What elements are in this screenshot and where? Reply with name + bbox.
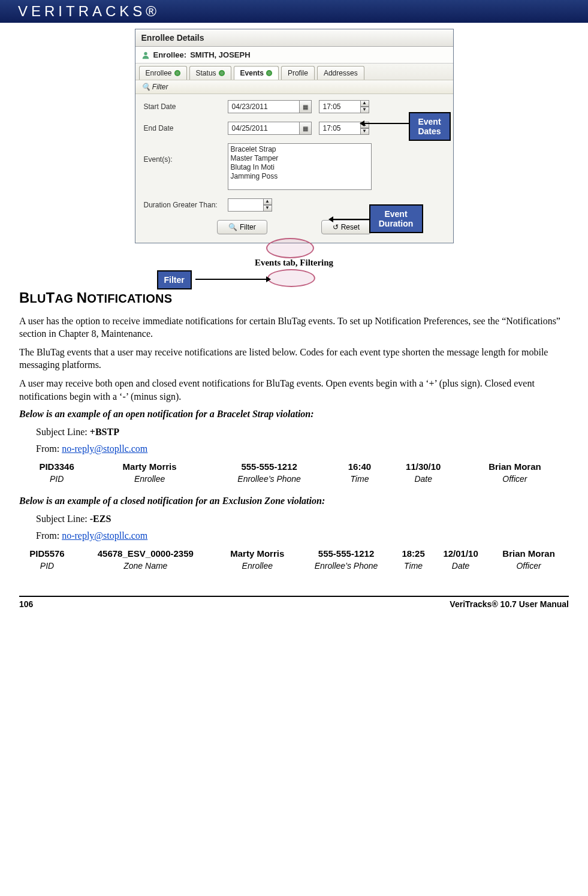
tab-profile[interactable]: Profile <box>281 66 315 80</box>
duration-spinner[interactable]: ▲▼ <box>264 198 272 212</box>
body-paragraph: A user has the option to receive immedia… <box>19 315 569 340</box>
field-value: -EZS <box>90 514 111 524</box>
page-footer: 106 VeriTracks® 10.7 User Manual <box>19 597 569 615</box>
button-label: Reset <box>341 223 360 231</box>
tab-label: Profile <box>288 69 308 77</box>
subject-line: Subject Line: +BSTP <box>36 427 569 438</box>
brand-logo: VERITRACKS® <box>18 3 160 20</box>
email-link[interactable]: no-reply@stopllc.com <box>62 444 147 454</box>
end-date-input[interactable]: 04/25/2011 <box>228 122 300 135</box>
tab-label: Addresses <box>324 69 358 77</box>
notification-table-closed: PID557645678_ESV_0000-2359Marty Morris55… <box>19 547 569 572</box>
enrollee-details-window: Enrollee Details Enrollee: SMITH, JOSEPH… <box>135 29 454 243</box>
annotation-circle <box>266 238 314 258</box>
tab-label: Events <box>240 69 264 77</box>
funnel-icon: 🔍 <box>228 223 237 231</box>
start-time-input[interactable]: 17:05 <box>319 100 361 113</box>
notification-table-open: PID3346Marty Morris555-555-121216:4011/3… <box>19 460 569 485</box>
tab-enrollee[interactable]: Enrollee <box>139 66 187 80</box>
page-number: 106 <box>19 599 33 609</box>
arrow-icon <box>333 219 370 220</box>
button-label: Filter <box>240 223 256 231</box>
figure-caption: Events tab, Filtering <box>255 258 333 268</box>
list-item[interactable]: Bracelet Strap <box>231 145 369 154</box>
manual-title: VeriTracks® 10.7 User Manual <box>450 599 569 609</box>
enrollee-label: Enrollee: <box>153 50 187 59</box>
field-value: +BSTP <box>90 427 119 437</box>
callout-filter: Filter <box>157 270 192 289</box>
table-row: PIDZone NameEnrolleeEnrollee’s PhoneTime… <box>19 560 569 572</box>
field-label: From: <box>36 444 62 454</box>
from-line: From: no-reply@stopllc.com <box>36 444 569 454</box>
enrollee-row: Enrollee: SMITH, JOSEPH <box>135 47 453 64</box>
field-label: From: <box>36 530 62 541</box>
filter-button[interactable]: 🔍Filter <box>217 220 267 234</box>
end-time-input[interactable]: 17:05 <box>319 122 361 135</box>
arrow-icon <box>195 279 266 280</box>
start-date-label: Start Date <box>144 102 228 111</box>
duration-input[interactable] <box>228 198 264 212</box>
list-item[interactable]: Jamming Poss <box>231 172 369 181</box>
example-intro: Below is an example of a closed notifica… <box>19 496 569 506</box>
start-date-input[interactable]: 04/23/2011 <box>228 100 300 113</box>
list-item[interactable]: Blutag In Moti <box>231 163 369 172</box>
field-label: Subject Line: <box>36 427 90 437</box>
email-link[interactable]: no-reply@stopllc.com <box>62 530 147 541</box>
refresh-icon <box>174 70 180 76</box>
tab-bar: Enrollee Status Events Profile Addresses <box>135 64 453 80</box>
window-title: Enrollee Details <box>135 29 453 47</box>
tab-status[interactable]: Status <box>189 66 231 80</box>
callout-event-dates: Event Dates <box>409 112 451 141</box>
annotation-circle <box>267 269 315 287</box>
reset-icon: ↺ <box>333 223 339 231</box>
field-label: Subject Line: <box>36 514 90 524</box>
subject-line: Subject Line: -EZS <box>36 514 569 524</box>
duration-label: Duration Greater Than: <box>144 201 228 209</box>
refresh-icon <box>266 70 272 76</box>
tab-label: Enrollee <box>146 69 172 77</box>
table-row: PID557645678_ESV_0000-2359Marty Morris55… <box>19 547 569 560</box>
calendar-icon[interactable]: ▦ <box>300 100 312 113</box>
filter-header-label: Filter <box>152 83 168 91</box>
user-icon <box>141 51 150 59</box>
tab-events[interactable]: Events <box>234 66 279 80</box>
body-paragraph: The BluTag events that a user may receiv… <box>19 346 569 371</box>
section-heading: BLUTAG NOTIFICATIONS <box>19 289 569 306</box>
list-item[interactable]: Master Tamper <box>231 154 369 163</box>
refresh-icon <box>219 70 225 76</box>
filter-panel-header[interactable]: 🔍 Filter <box>135 80 453 94</box>
table-row: PIDEnrolleeEnrollee’s PhoneTimeDateOffic… <box>19 473 569 485</box>
arrow-icon <box>364 123 410 124</box>
tab-addresses[interactable]: Addresses <box>317 66 364 80</box>
callout-event-duration: Event Duration <box>369 204 423 233</box>
end-date-label: End Date <box>144 124 228 132</box>
brand-header: VERITRACKS® <box>0 0 588 23</box>
from-line: From: no-reply@stopllc.com <box>36 530 569 541</box>
enrollee-name: SMITH, JOSEPH <box>190 50 250 59</box>
time-spinner[interactable]: ▲▼ <box>361 100 369 113</box>
body-paragraph: A user may receive both open and closed … <box>19 377 569 402</box>
events-label: Event(s): <box>144 143 228 164</box>
example-intro: Below is an example of an open notificat… <box>19 409 569 420</box>
events-listbox[interactable]: Bracelet Strap Master Tamper Blutag In M… <box>228 143 372 190</box>
calendar-icon[interactable]: ▦ <box>300 122 312 135</box>
table-row: PID3346Marty Morris555-555-121216:4011/3… <box>19 460 569 473</box>
svg-point-0 <box>144 52 147 55</box>
tab-label: Status <box>196 69 216 77</box>
